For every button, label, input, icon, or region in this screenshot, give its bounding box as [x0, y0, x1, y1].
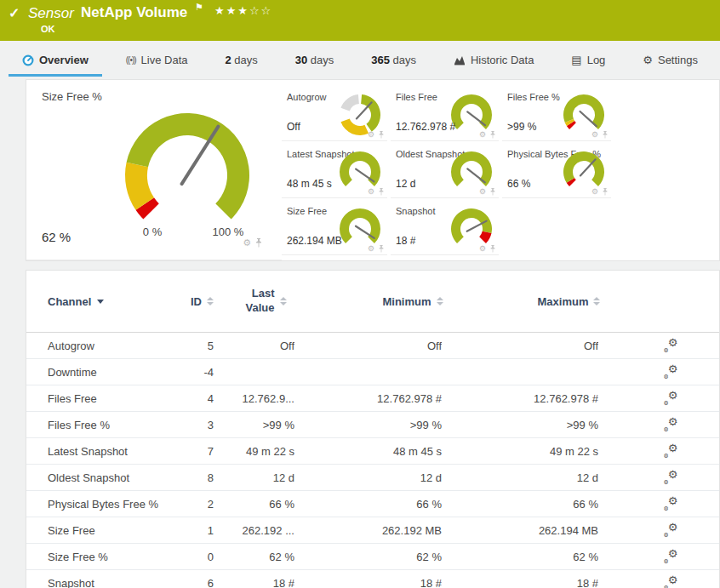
- prtg-sensor-page: ✓ Sensor NetApp Volume ⚑ ★★★☆☆ OK Overvi…: [0, 0, 720, 588]
- pin-icon[interactable]: [489, 131, 496, 139]
- gauge-value: 262.194 MB: [287, 235, 342, 247]
- channel-settings-icon[interactable]: ⚙⚙: [664, 340, 678, 352]
- gauge-settings-gear-icon[interactable]: ⚙: [591, 188, 598, 196]
- pin-icon[interactable]: [602, 131, 609, 139]
- channel-settings-icon[interactable]: ⚙⚙: [664, 419, 678, 431]
- pin-icon[interactable]: [489, 245, 496, 253]
- gauge-value: >99 %: [507, 121, 536, 133]
- gauge-scale-max: 100 %: [200, 225, 256, 238]
- channel-settings-icon[interactable]: ⚙⚙: [664, 498, 678, 511]
- tab-live-data[interactable]: ((•))Live Data: [112, 49, 202, 77]
- gear-icon: ⚙: [668, 495, 678, 506]
- gauge-settings-gear-icon[interactable]: ⚙: [368, 131, 374, 139]
- table-row: Size Free1262.192 ...262.192 MB262.194 M…: [26, 517, 719, 544]
- files-free-gauge: [562, 92, 606, 136]
- channel-id: 4: [171, 392, 214, 405]
- pin-icon[interactable]: [602, 188, 609, 196]
- gear-icon: ⚙: [643, 54, 653, 66]
- column-header-channel[interactable]: Channel: [26, 295, 171, 308]
- tab-2-days[interactable]: 2 days: [211, 49, 271, 77]
- channel-last-value: 262.192 ...: [214, 524, 294, 537]
- channel-minimum: 12.762.978 #: [294, 392, 442, 405]
- sensor-status-badge: OK: [41, 24, 55, 34]
- column-header-maximum[interactable]: Maximum: [442, 295, 598, 308]
- gauge-settings-gear-icon[interactable]: ⚙: [243, 238, 251, 248]
- channel-last-value: 49 m 22 s: [214, 445, 294, 458]
- channel-table-body: Autogrow5OffOffOff⚙⚙Downtime-4⚙⚙Files Fr…: [26, 333, 719, 588]
- column-header-id[interactable]: ID: [171, 295, 214, 308]
- gauge-value: 18 #: [396, 235, 415, 247]
- gauge-settings-gear-icon[interactable]: ⚙: [479, 188, 486, 196]
- gear-icon: ⚙: [664, 585, 669, 588]
- tab-label: Historic Data: [471, 54, 534, 66]
- channel-id: 8: [171, 471, 214, 484]
- table-row: Files Free412.762.9...12.762.978 #12.762…: [26, 385, 719, 412]
- pin-icon[interactable]: [254, 238, 263, 248]
- broadcast-icon: ((•)): [126, 55, 136, 65]
- priority-stars[interactable]: ★★★☆☆: [214, 4, 272, 17]
- gauge-settings-gear-icon[interactable]: ⚙: [368, 188, 374, 196]
- gauge-settings-gear-icon[interactable]: ⚙: [591, 131, 598, 139]
- channel-settings-icon[interactable]: ⚙⚙: [664, 524, 678, 537]
- main-gauge-label: Size Free %: [42, 90, 102, 103]
- tile-icon-group: ⚙: [591, 188, 609, 196]
- column-header-last-value[interactable]: Last Value: [214, 287, 294, 316]
- sort-arrows-icon: [593, 297, 600, 305]
- table-row: Oldest Snapshot812 d12 d12 d⚙⚙: [26, 465, 719, 491]
- tab-settings[interactable]: ⚙Settings: [629, 49, 711, 77]
- channel-maximum: 18 #: [442, 577, 598, 588]
- table-row: Snapshot618 #18 #18 #⚙⚙: [26, 570, 719, 588]
- gauge-tile-latest-snapshot: Latest Snapshot48 m 45 s⚙: [282, 141, 387, 198]
- gauge-value: 48 m 45 s: [287, 178, 332, 190]
- gauge-settings-gear-icon[interactable]: ⚙: [479, 245, 486, 253]
- channel-name: Autogrow: [26, 340, 171, 352]
- pin-icon[interactable]: [489, 188, 496, 196]
- files-free-gauge: [449, 92, 494, 136]
- channel-last-value: 66 %: [214, 498, 294, 511]
- channel-settings-icon[interactable]: ⚙⚙: [664, 551, 678, 563]
- gear-icon: ⚙: [664, 558, 669, 564]
- tile-icon-group: ⚙: [368, 188, 385, 196]
- channel-settings-icon[interactable]: ⚙⚙: [664, 471, 678, 484]
- small-gauges-grid: AutogrowOff⚙Files Free12.762.978 #⚙Files…: [282, 84, 720, 255]
- tab-log[interactable]: ▤Log: [557, 49, 619, 77]
- table-row: Latest Snapshot749 m 22 s48 m 45 s49 m 2…: [26, 438, 719, 465]
- channel-maximum: 12.762.978 #: [442, 392, 598, 405]
- tab-30-days[interactable]: 30 days: [282, 49, 348, 77]
- gauge-settings-gear-icon[interactable]: ⚙: [368, 245, 374, 253]
- pin-icon[interactable]: [378, 131, 385, 139]
- pin-icon[interactable]: [378, 188, 385, 196]
- channel-minimum: >99 %: [294, 419, 442, 431]
- channel-settings-icon[interactable]: ⚙⚙: [664, 577, 678, 588]
- channel-name: Downtime: [26, 366, 171, 379]
- channel-id: 2: [171, 498, 214, 511]
- tab-365-days[interactable]: 365 days: [357, 49, 430, 77]
- oldest-snapshot-gauge: [449, 149, 494, 193]
- channel-last-value: Off: [214, 340, 294, 352]
- tab-overview[interactable]: Overview: [9, 49, 102, 77]
- gauge-tile-size-free-pct: Size Free % 0 % 100 % 62 % ⚙: [26, 80, 282, 260]
- channel-last-value: 12.762.9...: [214, 392, 294, 405]
- channel-last-value: 18 #: [214, 577, 294, 588]
- physical-bytes-free-gauge: [562, 149, 606, 193]
- tab-historic-data[interactable]: Historic Data: [440, 49, 547, 77]
- snapshot-gauge: [449, 206, 494, 250]
- channel-maximum: 49 m 22 s: [442, 445, 598, 458]
- channel-name: Size Free: [26, 524, 171, 537]
- gauge-settings-gear-icon[interactable]: ⚙: [479, 131, 486, 139]
- gear-icon: ⚙: [668, 337, 678, 348]
- gear-icon: ⚙: [664, 505, 669, 511]
- gauge-icon: [22, 54, 34, 66]
- column-header-minimum[interactable]: Minimum: [294, 295, 442, 308]
- channel-settings-icon[interactable]: ⚙⚙: [664, 366, 678, 379]
- tab-label: 2 days: [225, 54, 257, 66]
- gear-icon: ⚙: [664, 374, 669, 380]
- gear-icon: ⚙: [668, 574, 678, 585]
- log-icon: ▤: [571, 54, 581, 66]
- channel-id: 5: [171, 340, 214, 352]
- channel-settings-icon[interactable]: ⚙⚙: [664, 392, 678, 405]
- channel-name: Latest Snapshot: [26, 445, 171, 458]
- pin-icon[interactable]: [378, 245, 385, 253]
- channel-settings-icon[interactable]: ⚙⚙: [664, 445, 678, 458]
- channel-last-value: 12 d: [214, 471, 294, 484]
